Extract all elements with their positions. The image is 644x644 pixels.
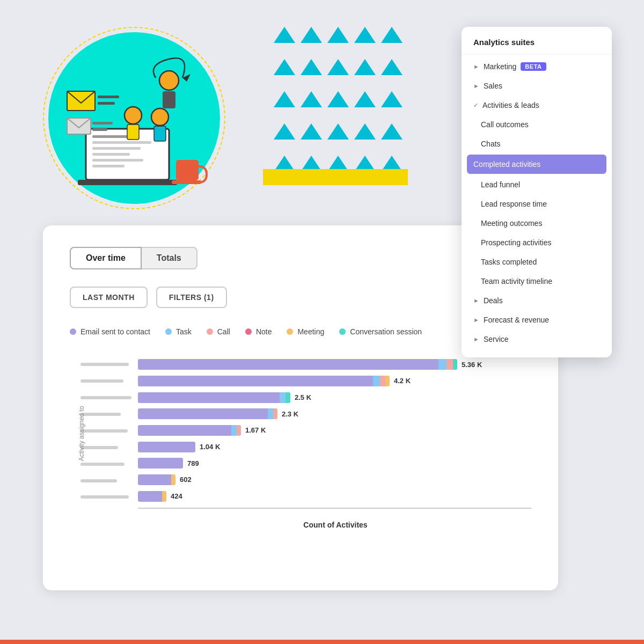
y-name-bar-6 — [80, 446, 118, 449]
y-axis-wrapper: Activity assigned to — [70, 353, 80, 514]
svg-rect-49 — [172, 180, 201, 184]
legend-meeting: Meeting — [287, 327, 324, 336]
legend-note: Note — [245, 327, 272, 336]
illustration-svg — [54, 38, 220, 199]
svg-marker-8 — [274, 59, 295, 75]
svg-marker-27 — [354, 123, 376, 140]
filter-last-month[interactable]: LAST MONTH — [70, 287, 148, 308]
bar-segment-purple-7 — [138, 458, 183, 469]
svg-marker-3 — [354, 27, 376, 43]
dropdown-item-completed-activities[interactable]: Completed activities — [467, 155, 606, 174]
y-name-bar-5 — [80, 429, 128, 433]
legend-email: Email sent to contact — [70, 327, 150, 336]
svg-rect-54 — [127, 125, 139, 140]
legend-dot-meeting — [287, 328, 293, 335]
dropdown-label-activities: Activities & leads — [482, 101, 539, 109]
dropdown-item-lead-response[interactable]: Lead response time — [462, 194, 612, 214]
bar-label-9: 424 — [171, 492, 182, 500]
y-name-bar-2 — [80, 379, 123, 383]
bar-segment-purple-3 — [138, 392, 280, 403]
bar-label-7: 789 — [187, 459, 199, 467]
tab-over-time[interactable]: Over time — [70, 247, 142, 269]
bar-row-1: 5.36 K — [138, 358, 531, 371]
svg-rect-62 — [92, 128, 107, 131]
chevron-right-icon: ► — [473, 63, 479, 70]
bar-row-6: 1.04 K — [138, 441, 531, 453]
svg-marker-0 — [274, 27, 295, 43]
dropdown-item-prospecting[interactable]: Prospecting activities — [462, 233, 612, 252]
dropdown-label-marketing: Marketing — [484, 62, 516, 71]
svg-marker-18 — [327, 91, 349, 107]
dropdown-item-chats[interactable]: Chats — [462, 134, 612, 153]
svg-rect-43 — [92, 147, 141, 150]
bar-segment-teal-1 — [453, 359, 457, 370]
dropdown-item-deals[interactable]: ► Deals — [462, 291, 612, 310]
dropdown-label-deals: Deals — [484, 296, 503, 305]
tab-totals[interactable]: Totals — [142, 247, 197, 269]
chevron-right-icon-sales: ► — [473, 83, 479, 89]
dropdown-item-call-outcomes[interactable]: Call outcomes — [462, 115, 612, 134]
svg-marker-17 — [301, 91, 322, 107]
dropdown-label-sales: Sales — [484, 82, 502, 90]
bar-segment-pink-4 — [273, 408, 277, 419]
y-name-bar-9 — [80, 495, 129, 499]
dropdown-title: Analytics suites — [462, 38, 612, 55]
yellow-banner — [263, 169, 408, 185]
svg-marker-4 — [381, 27, 402, 43]
legend-dot-conversation — [339, 328, 346, 335]
bar-segment-blue-4 — [268, 408, 273, 419]
dropdown-item-forecast[interactable]: ► Forecast & revenue — [462, 310, 612, 330]
bar-segment-blue-5 — [231, 425, 237, 436]
dropdown-label-call-outcomes: Call outcomes — [481, 120, 529, 129]
bar-segment-purple-6 — [138, 442, 195, 452]
svg-marker-11 — [354, 59, 376, 75]
dropdown-item-lead-funnel[interactable]: Lead funnel — [462, 175, 612, 194]
chevron-right-icon-service: ► — [473, 336, 479, 342]
bar-segment-purple-4 — [138, 408, 268, 419]
dropdown-label-meeting-outcomes: Meeting outcomes — [481, 219, 542, 228]
legend-dot-call — [207, 328, 213, 335]
svg-marker-25 — [301, 123, 322, 140]
svg-rect-47 — [78, 180, 177, 185]
bar-segment-yellow-8 — [171, 474, 175, 485]
bar-label-3: 2.5 K — [295, 393, 311, 401]
bar-row-3: 2.5 K — [138, 391, 531, 404]
legend-label-email: Email sent to contact — [80, 327, 150, 336]
dropdown-item-meeting-outcomes[interactable]: Meeting outcomes — [462, 214, 612, 233]
bar-label-2: 4.2 K — [394, 377, 411, 385]
legend-dot-task — [165, 328, 172, 335]
dropdown-label-prospecting: Prospecting activities — [481, 238, 552, 247]
dropdown-label-chats: Chats — [481, 140, 501, 148]
dropdown-item-activities-leads[interactable]: ✓ Activities & leads — [462, 96, 612, 115]
beta-badge: BETA — [521, 62, 546, 71]
bar-segment-purple-5 — [138, 425, 231, 436]
legend-label-conversation: Conversation session — [350, 327, 422, 336]
svg-rect-56 — [154, 126, 166, 141]
svg-marker-9 — [301, 59, 322, 75]
y-name-bar-1 — [80, 363, 129, 366]
svg-marker-1 — [301, 27, 322, 43]
bar-label-8: 602 — [180, 475, 192, 484]
bar-row-7: 789 — [138, 457, 531, 470]
legend-label-meeting: Meeting — [297, 327, 324, 336]
dropdown-item-marketing[interactable]: ► Marketing BETA — [462, 57, 612, 76]
dropdown-item-sales[interactable]: ► Sales — [462, 76, 612, 96]
svg-marker-24 — [274, 123, 295, 140]
legend-task: Task — [165, 327, 192, 336]
dropdown-item-tasks[interactable]: Tasks completed — [462, 252, 612, 272]
bar-row-4: 2.3 K — [138, 407, 531, 420]
bar-row-2: 4.2 K — [138, 375, 531, 387]
chevron-down-icon-activities: ✓ — [473, 102, 478, 109]
bar-label-4: 2.3 K — [282, 410, 298, 418]
svg-rect-44 — [92, 153, 130, 156]
svg-marker-28 — [381, 123, 402, 140]
bar-segment-purple-8 — [138, 474, 171, 485]
bar-segment-blue-1 — [438, 359, 447, 370]
legend-conversation: Conversation session — [339, 327, 422, 336]
legend-label-call: Call — [217, 327, 230, 336]
dropdown-item-service[interactable]: ► Service — [462, 330, 612, 349]
svg-point-53 — [125, 107, 142, 124]
dropdown-item-team-timeline[interactable]: Team activity timeline — [462, 272, 612, 291]
filter-filters[interactable]: FILTERS (1) — [156, 287, 227, 308]
bar-row-8: 602 — [138, 473, 531, 486]
